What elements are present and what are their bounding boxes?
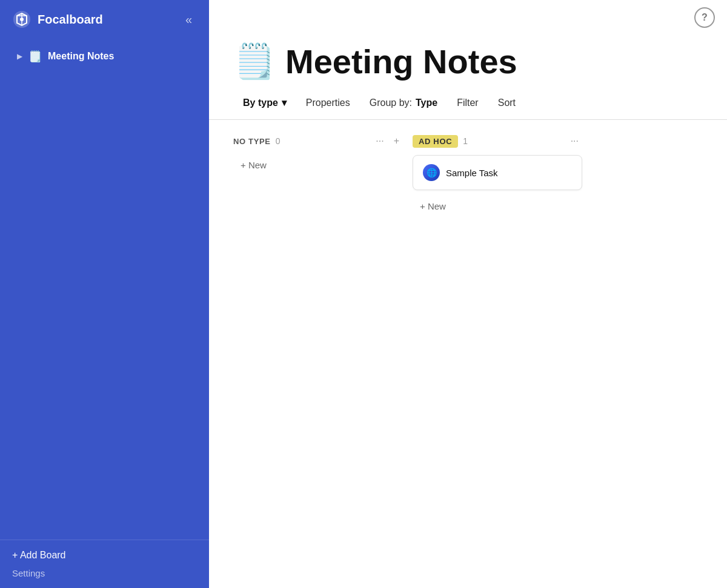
column-ad-hoc-count: 1 [463, 136, 468, 146]
add-board-button[interactable]: + Add Board [12, 550, 66, 561]
sidebar-item-meeting-notes[interactable]: ▶ 🗒️ Meeting Notes [5, 44, 204, 69]
top-bar: ? [209, 0, 727, 35]
sidebar-footer: + Add Board Settings [0, 540, 209, 588]
sidebar-header: Focalboard « [0, 0, 209, 39]
column-ad-hoc-actions: ··· [567, 134, 582, 148]
group-by-value: Type [416, 97, 437, 108]
collapse-sidebar-button[interactable]: « [181, 10, 197, 29]
card-title: Sample Task [446, 168, 498, 178]
board-header: 🗒️ Meeting Notes [209, 35, 727, 93]
nav-item-label: Meeting Notes [48, 51, 114, 62]
logo-area: Focalboard [12, 10, 103, 29]
nav-item-arrow-icon: ▶ [17, 52, 22, 61]
dropdown-icon: ▾ [282, 97, 287, 108]
settings-button[interactable]: Settings [12, 568, 45, 578]
group-by-selector[interactable]: Group by: Type [360, 94, 447, 112]
view-label: By type [243, 97, 278, 108]
focalboard-logo-icon [12, 10, 32, 29]
group-by-label: Group by: [370, 97, 412, 108]
column-ad-hoc-header: AD HOC 1 ··· [413, 134, 582, 148]
toolbar: By type ▾ Properties Group by: Type Filt… [209, 93, 727, 120]
board-icon: 🗒️ [233, 41, 276, 81]
sort-button[interactable]: Sort [488, 94, 525, 112]
properties-label: Properties [306, 97, 350, 108]
sidebar: Focalboard « ▶ 🗒️ Meeting Notes + Add Bo… [0, 0, 209, 588]
app-name: Focalboard [38, 13, 103, 27]
column-ad-hoc-label: AD HOC [413, 135, 458, 148]
properties-button[interactable]: Properties [296, 94, 360, 112]
column-no-type-label: NO TYPE [233, 137, 271, 146]
column-no-type-header: NO TYPE 0 ··· + [233, 134, 403, 148]
main-content: ? 🗒️ Meeting Notes By type ▾ Properties … [209, 0, 727, 588]
sort-label: Sort [498, 97, 516, 108]
column-ad-hoc-menu-button[interactable]: ··· [567, 134, 582, 148]
card-sample-task[interactable]: 🌐 Sample Task [413, 155, 582, 190]
column-no-type-count: 0 [276, 136, 281, 146]
board-title: Meeting Notes [285, 42, 517, 81]
column-no-type-add-button[interactable]: + [390, 134, 403, 148]
ad-hoc-new-button[interactable]: + New [413, 196, 582, 216]
column-no-type-actions: ··· + [372, 134, 403, 148]
column-no-type-menu-button[interactable]: ··· [372, 134, 387, 148]
card-avatar: 🌐 [423, 164, 440, 181]
column-no-type: NO TYPE 0 ··· + + New [233, 134, 403, 175]
column-ad-hoc: AD HOC 1 ··· 🌐 Sample Task + New [413, 134, 582, 216]
help-button[interactable]: ? [694, 7, 715, 28]
filter-label: Filter [457, 97, 479, 108]
nav-item-board-icon: 🗒️ [28, 50, 42, 63]
view-selector[interactable]: By type ▾ [233, 93, 296, 112]
svg-point-1 [20, 18, 24, 21]
sidebar-nav: ▶ 🗒️ Meeting Notes [0, 39, 209, 540]
filter-button[interactable]: Filter [447, 94, 488, 112]
no-type-new-button[interactable]: + New [233, 155, 403, 175]
board-content: NO TYPE 0 ··· + + New AD HOC 1 ··· 🌐 [209, 120, 727, 588]
